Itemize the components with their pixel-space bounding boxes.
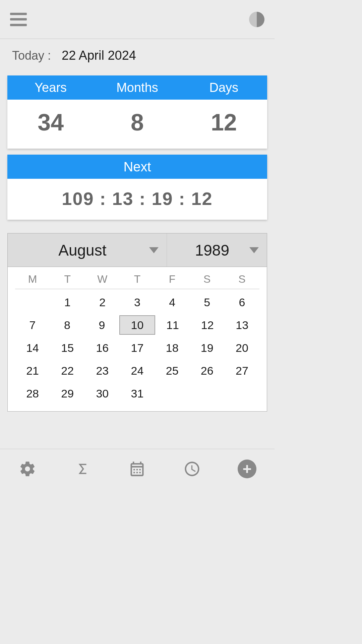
date-cell[interactable]: 14 xyxy=(15,338,50,358)
days-value: 12 xyxy=(181,109,267,136)
calendar-body: MTWTFSS 12345678910111213141516171819202… xyxy=(8,267,267,411)
months-header: Months xyxy=(94,80,180,95)
age-card: Years Months Days 34 8 12 xyxy=(7,75,267,149)
dates-row: 28293031 xyxy=(15,384,259,403)
calendar: August 1989 MTWTFSS 12345678910111213141… xyxy=(7,233,267,412)
weekday-label: W xyxy=(85,273,120,285)
calendar-icon[interactable] xyxy=(128,460,146,478)
chevron-down-icon xyxy=(249,247,259,253)
month-label: August xyxy=(16,241,149,259)
date-cell[interactable]: 29 xyxy=(50,384,85,403)
date-cell[interactable]: 7 xyxy=(15,315,50,335)
menu-icon[interactable] xyxy=(10,13,27,26)
clock-icon[interactable] xyxy=(183,460,201,478)
weekday-label: T xyxy=(50,273,85,285)
date-cell xyxy=(15,292,50,312)
dates-row: 78910111213 xyxy=(15,315,259,335)
chevron-down-icon xyxy=(149,247,159,253)
date-cell[interactable]: 30 xyxy=(85,384,120,403)
date-cell[interactable]: 16 xyxy=(85,338,120,358)
countdown-value: 109 : 13 : 19 : 12 xyxy=(7,179,267,220)
date-cell[interactable]: 13 xyxy=(225,315,259,335)
years-value: 34 xyxy=(7,109,94,136)
date-cell[interactable]: 23 xyxy=(85,361,120,380)
date-cell[interactable]: 31 xyxy=(120,384,155,403)
date-cell[interactable]: 9 xyxy=(84,315,119,335)
next-header: Next xyxy=(7,155,267,179)
weekday-label: M xyxy=(15,273,50,285)
today-row: Today : 22 April 2024 xyxy=(0,39,275,69)
age-header: Years Months Days xyxy=(7,75,267,100)
today-label: Today : xyxy=(12,49,51,63)
bottom-nav xyxy=(0,449,275,488)
date-cell[interactable]: 24 xyxy=(120,361,155,380)
date-cell[interactable]: 17 xyxy=(120,338,155,358)
date-cell[interactable]: 19 xyxy=(190,338,225,358)
date-cell[interactable]: 8 xyxy=(50,315,85,335)
date-cell[interactable]: 5 xyxy=(190,292,225,312)
date-cell[interactable]: 1 xyxy=(50,292,85,312)
year-selector[interactable]: 1989 xyxy=(167,233,267,267)
months-value: 8 xyxy=(94,109,180,136)
date-cell[interactable]: 25 xyxy=(155,361,190,380)
date-cell[interactable]: 2 xyxy=(85,292,120,312)
theme-toggle-icon[interactable] xyxy=(249,12,264,27)
date-cell[interactable]: 10 xyxy=(119,315,156,335)
today-date: 22 April 2024 xyxy=(62,48,136,63)
weekday-label: T xyxy=(120,273,155,285)
date-cell[interactable]: 21 xyxy=(15,361,50,380)
weekday-label: F xyxy=(155,273,190,285)
date-cell[interactable]: 28 xyxy=(15,384,50,403)
dates-grid: 1234567891011121314151617181920212223242… xyxy=(15,289,259,403)
dates-row: 14151617181920 xyxy=(15,338,259,358)
plus-icon xyxy=(238,460,256,478)
next-card: Next 109 : 13 : 19 : 12 xyxy=(7,155,267,220)
add-button[interactable] xyxy=(238,460,256,478)
weekdays-row: MTWTFSS xyxy=(15,273,259,289)
year-label: 1989 xyxy=(175,241,249,259)
dates-row: 21222324252627 xyxy=(15,361,259,380)
date-cell[interactable]: 6 xyxy=(225,292,259,312)
weekday-label: S xyxy=(190,273,225,285)
app-header xyxy=(0,0,275,39)
date-cell[interactable]: 15 xyxy=(50,338,85,358)
date-cell[interactable]: 26 xyxy=(190,361,225,380)
date-cell[interactable]: 11 xyxy=(155,315,190,335)
date-cell xyxy=(155,384,190,403)
month-selector[interactable]: August xyxy=(8,233,167,267)
date-cell[interactable]: 22 xyxy=(50,361,85,380)
sigma-icon[interactable] xyxy=(73,460,92,478)
weekday-label: S xyxy=(225,273,259,285)
calendar-header: August 1989 xyxy=(8,233,267,267)
years-header: Years xyxy=(7,80,94,95)
settings-icon[interactable] xyxy=(18,460,37,478)
date-cell[interactable]: 27 xyxy=(225,361,259,380)
days-header: Days xyxy=(181,80,267,95)
date-cell xyxy=(190,384,225,403)
dates-row: 123456 xyxy=(15,292,259,312)
date-cell[interactable]: 12 xyxy=(190,315,225,335)
date-cell[interactable]: 4 xyxy=(155,292,190,312)
age-body: 34 8 12 xyxy=(7,100,267,149)
date-cell xyxy=(225,384,259,403)
date-cell[interactable]: 18 xyxy=(155,338,190,358)
date-cell[interactable]: 20 xyxy=(225,338,259,358)
date-cell[interactable]: 3 xyxy=(120,292,155,312)
